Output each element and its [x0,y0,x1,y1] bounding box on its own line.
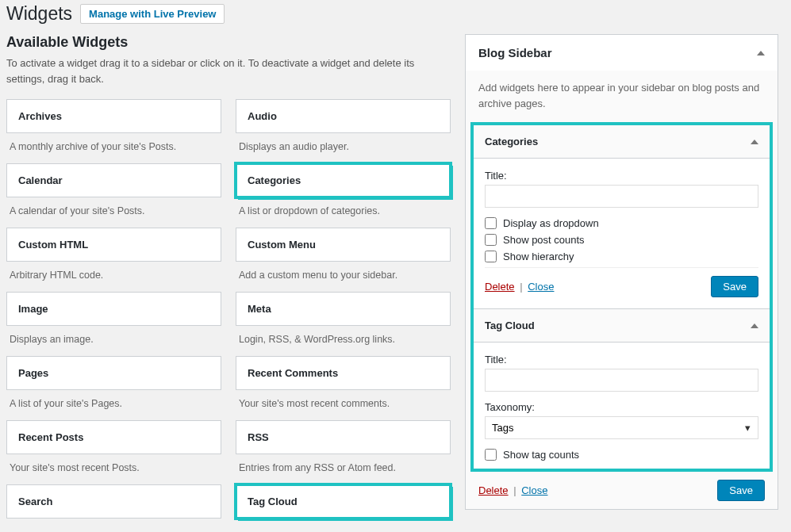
title-label: Title: [485,170,758,182]
widget-desc: Your site's most recent Posts. [6,454,221,484]
checkbox-label: Show hierarchy [503,251,574,262]
widget-desc: Your site's most recent comments. [236,390,451,420]
manage-live-preview-button[interactable]: Manage with Live Preview [80,4,225,24]
available-widgets-heading: Available Widgets [6,34,451,51]
widget-desc: Displays an audio player. [236,133,451,163]
available-widget-recent-comments[interactable]: Recent Comments [236,356,451,390]
delete-link[interactable]: Delete [478,484,509,496]
widget-desc: A calendar of your site's Posts. [6,197,221,228]
taxonomy-label: Taxonomy: [485,401,758,413]
available-widget-custom-html[interactable]: Custom HTML [6,228,221,262]
separator: | [520,281,522,293]
widget-desc: Add a custom menu to your sidebar. [236,262,451,292]
available-widget-meta[interactable]: Meta [236,292,451,326]
save-button[interactable]: Save [717,480,765,501]
widget-desc: Entries from any RSS or Atom feed. [236,454,451,484]
widget-panel-title: Categories [485,136,538,147]
collapse-icon [751,140,758,144]
widget-panel-header-categories[interactable]: Categories [474,125,770,159]
close-link[interactable]: Close [521,484,547,496]
available-widget-archives[interactable]: Archives [6,99,221,133]
collapse-icon [757,51,765,55]
tagcloud-title-input[interactable] [485,369,758,392]
widget-desc: Displays an image. [6,326,221,356]
categories-title-input[interactable] [485,185,758,208]
checkbox-show-hierarchy[interactable] [485,251,497,262]
widget-desc: A monthly archive of your site's Posts. [6,133,221,163]
page-title: Widgets [6,3,72,25]
checkbox-label: Show tag counts [503,449,579,461]
available-widgets-desc: To activate a widget drag it to a sideba… [6,55,451,86]
sidebar-area-header[interactable]: Blog Sidebar [466,35,778,71]
save-button[interactable]: Save [711,276,758,297]
available-widget-tag-cloud[interactable]: Tag Cloud [236,484,451,519]
checkbox-label: Show post counts [503,234,585,246]
available-widget-image[interactable]: Image [6,292,221,326]
delete-link[interactable]: Delete [485,281,515,293]
close-link[interactable]: Close [528,281,554,293]
taxonomy-select[interactable]: Tags [485,416,758,439]
separator: | [513,484,516,496]
available-widget-categories[interactable]: Categories [236,163,451,197]
available-widget-pages[interactable]: Pages [6,356,221,390]
title-label: Title: [485,354,758,366]
widget-desc: Login, RSS, & WordPress.org links. [236,326,451,356]
sidebar-area-title: Blog Sidebar [478,46,552,59]
widget-panel-title: Tag Cloud [485,320,535,331]
available-widget-search[interactable]: Search [6,484,221,519]
available-widget-audio[interactable]: Audio [236,99,451,133]
widget-desc: Arbitrary HTML code. [6,262,221,292]
available-widget-custom-menu[interactable]: Custom Menu [236,228,451,262]
checkbox-display-as-dropdown[interactable] [485,217,497,229]
available-widget-calendar[interactable]: Calendar [6,163,221,197]
available-widget-recent-posts[interactable]: Recent Posts [6,420,221,454]
show-tag-counts-checkbox[interactable] [485,449,497,461]
checkbox-show-post-counts[interactable] [485,234,497,246]
sidebar-area-desc: Add widgets here to appear in your sideb… [466,71,778,122]
widget-desc: A list of your site's Pages. [6,390,221,420]
checkbox-label: Display as dropdown [503,217,599,229]
available-widget-rss[interactable]: RSS [236,420,451,454]
collapse-icon [751,323,758,328]
widget-panel-header-tagcloud[interactable]: Tag Cloud [474,309,770,343]
widget-desc: A list or dropdown of categories. [236,197,451,228]
